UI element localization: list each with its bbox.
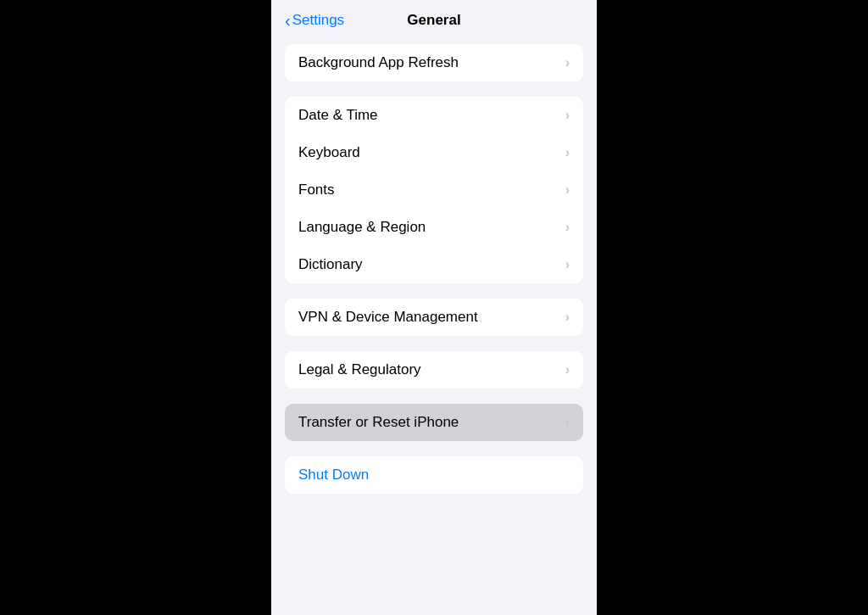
fonts-label: Fonts bbox=[298, 182, 335, 198]
shut-down-label: Shut Down bbox=[298, 467, 369, 484]
phone-screen: ‹ Settings General Background App Refres… bbox=[271, 0, 597, 615]
vpn-device-management-chevron-icon: › bbox=[565, 310, 570, 325]
transfer-reset-chevron-icon: › bbox=[565, 415, 570, 430]
legal-regulatory-label: Legal & Regulatory bbox=[298, 361, 421, 378]
scroll-content: Background App Refresh › Date & Time › K… bbox=[271, 37, 597, 615]
settings-group-4: Transfer or Reset iPhone › bbox=[285, 404, 583, 441]
dictionary-row[interactable]: Dictionary › bbox=[285, 246, 583, 283]
dictionary-chevron-icon: › bbox=[565, 257, 570, 272]
transfer-reset-label: Transfer or Reset iPhone bbox=[298, 414, 459, 431]
language-region-chevron-icon: › bbox=[565, 220, 570, 235]
fonts-chevron-icon: › bbox=[565, 182, 570, 198]
shut-down-row[interactable]: Shut Down bbox=[285, 456, 583, 494]
settings-group-2: VPN & Device Management › bbox=[285, 299, 583, 336]
settings-group-3: Legal & Regulatory › bbox=[285, 351, 583, 389]
background-app-refresh-label: Background App Refresh bbox=[298, 54, 459, 71]
legal-regulatory-chevron-icon: › bbox=[565, 362, 570, 377]
shut-down-group: Shut Down bbox=[285, 456, 583, 494]
language-region-row[interactable]: Language & Region › bbox=[285, 209, 583, 246]
settings-group-1: Date & Time › Keyboard › Fonts › Languag… bbox=[285, 97, 583, 283]
back-chevron-icon: ‹ bbox=[285, 11, 291, 31]
top-partial-group: Background App Refresh › bbox=[285, 44, 583, 81]
date-time-row[interactable]: Date & Time › bbox=[285, 97, 583, 134]
language-region-label: Language & Region bbox=[298, 219, 426, 236]
background-app-refresh-chevron-icon: › bbox=[565, 55, 570, 70]
background-app-refresh-row[interactable]: Background App Refresh › bbox=[285, 44, 583, 81]
vpn-device-management-row[interactable]: VPN & Device Management › bbox=[285, 299, 583, 336]
date-time-chevron-icon: › bbox=[565, 108, 570, 123]
keyboard-chevron-icon: › bbox=[565, 145, 570, 160]
fonts-row[interactable]: Fonts › bbox=[285, 171, 583, 209]
vpn-device-management-label: VPN & Device Management bbox=[298, 309, 478, 326]
keyboard-row[interactable]: Keyboard › bbox=[285, 134, 583, 171]
legal-regulatory-row[interactable]: Legal & Regulatory › bbox=[285, 351, 583, 389]
dictionary-label: Dictionary bbox=[298, 256, 363, 273]
page-title: General bbox=[407, 12, 460, 29]
back-button[interactable]: ‹ Settings bbox=[285, 11, 344, 31]
date-time-label: Date & Time bbox=[298, 107, 378, 124]
keyboard-label: Keyboard bbox=[298, 144, 360, 161]
nav-bar: ‹ Settings General bbox=[271, 0, 597, 37]
back-label: Settings bbox=[292, 12, 344, 29]
transfer-reset-row[interactable]: Transfer or Reset iPhone › bbox=[285, 404, 583, 441]
